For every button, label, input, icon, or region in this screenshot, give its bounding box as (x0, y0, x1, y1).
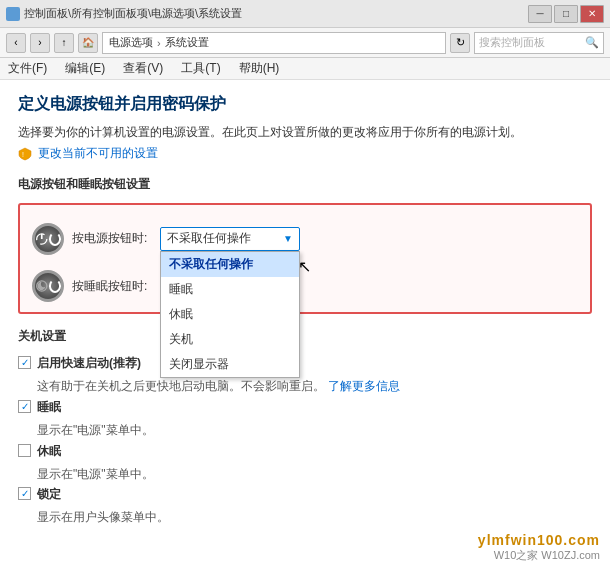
power-section-title: 电源按钮和睡眠按钮设置 (18, 176, 592, 193)
power-dropdown-arrow: ▼ (283, 233, 293, 244)
back-button[interactable]: ‹ (6, 33, 26, 53)
dropdown-option-3[interactable]: 关机 (161, 327, 299, 352)
breadcrumb-text: 电源选项 (109, 35, 153, 50)
page-title: 定义电源按钮并启用密码保护 (18, 94, 592, 115)
window-icon (6, 7, 20, 21)
watermark: ylmfwin100.com W10之家 W10ZJ.com (478, 532, 600, 563)
home-button[interactable]: 🏠 (78, 33, 98, 53)
breadcrumb-sep: › (157, 37, 161, 49)
checkbox-1[interactable] (18, 400, 31, 413)
checkbox-3[interactable] (18, 487, 31, 500)
sleep-btn-label: 按睡眠按钮时: (72, 278, 152, 295)
forward-button[interactable]: › (30, 33, 50, 53)
search-icon: 🔍 (585, 36, 599, 49)
checkbox-desc-1: 显示在"电源"菜单中。 (37, 422, 592, 439)
up-button[interactable]: ↑ (54, 33, 74, 53)
window-controls: ─ □ ✕ (528, 5, 604, 23)
menu-view[interactable]: 查看(V) (121, 60, 165, 77)
checkbox-row-1: 睡眠 显示在"电源"菜单中。 (18, 399, 592, 439)
menu-bar: 文件(F) 编辑(E) 查看(V) 工具(T) 帮助(H) (0, 58, 610, 80)
shutdown-section-title: 关机设置 (18, 328, 592, 345)
title-bar: 控制面板\所有控制面板项\电源选项\系统设置 ─ □ ✕ (0, 0, 610, 28)
checkbox-row-2: 休眠 显示在"电源"菜单中。 (18, 443, 592, 483)
close-button[interactable]: ✕ (580, 5, 604, 23)
svg-text:!: ! (22, 151, 24, 158)
power-dropdown-menu: 不采取任何操作 睡眠 休眠 关机 关闭显示器 (160, 251, 300, 378)
main-content: 定义电源按钮并启用密码保护 选择要为你的计算机设置的电源设置。在此页上对设置所做… (0, 80, 610, 571)
checkbox-label-2: 休眠 (37, 443, 61, 460)
watermark-line2: W10之家 W10ZJ.com (478, 548, 600, 563)
page-description: 选择要为你的计算机设置的电源设置。在此页上对设置所做的更改将应用于你所有的电源计… (18, 123, 592, 141)
power-btn-label: 按电源按钮时: (72, 230, 152, 247)
dropdown-option-0[interactable]: 不采取任何操作 (161, 252, 299, 277)
change-settings-link[interactable]: ! 更改当前不可用的设置 (18, 145, 592, 162)
menu-tools[interactable]: 工具(T) (179, 60, 222, 77)
address-bar: ‹ › ↑ 🏠 电源选项 › 系统设置 ↻ 搜索控制面板 🔍 (0, 28, 610, 58)
checkbox-row-0: 启用快速启动(推荐) 这有助于在关机之后更快地启动电脑。不会影响重启。 了解更多… (18, 355, 592, 395)
title-bar-text: 控制面板\所有控制面板项\电源选项\系统设置 (24, 6, 528, 21)
dropdown-option-4[interactable]: 关闭显示器 (161, 352, 299, 377)
search-placeholder: 搜索控制面板 (479, 35, 545, 50)
checkbox-desc-3: 显示在用户头像菜单中。 (37, 509, 592, 526)
refresh-button[interactable]: ↻ (450, 33, 470, 53)
checkbox-0[interactable] (18, 356, 31, 369)
checkbox-row-3: 锁定 显示在用户头像菜单中。 (18, 486, 592, 526)
checkbox-desc-0: 这有助于在关机之后更快地启动电脑。不会影响重启。 了解更多信息 (37, 378, 592, 395)
power-button-section: 按电源按钮时: 不采取任何操作 ▼ 不采取任何操作 睡眠 休眠 关机 关闭显示器… (18, 203, 592, 314)
checkbox-desc-2: 显示在"电源"菜单中。 (37, 466, 592, 483)
search-box[interactable]: 搜索控制面板 🔍 (474, 32, 604, 54)
menu-file[interactable]: 文件(F) (6, 60, 49, 77)
dropdown-option-2[interactable]: 休眠 (161, 302, 299, 327)
shield-icon: ! (18, 147, 32, 161)
link-text[interactable]: 更改当前不可用的设置 (38, 145, 158, 162)
menu-edit[interactable]: 编辑(E) (63, 60, 107, 77)
checkbox-label-1: 睡眠 (37, 399, 61, 416)
checkbox-2[interactable] (18, 444, 31, 457)
sleep-button-icon (32, 270, 64, 302)
checkbox-label-3: 锁定 (37, 486, 61, 503)
current-page-crumb: 系统设置 (165, 35, 209, 50)
shutdown-section: 关机设置 启用快速启动(推荐) 这有助于在关机之后更快地启动电脑。不会影响重启。… (18, 328, 592, 526)
watermark-line1: ylmfwin100.com (478, 532, 600, 548)
menu-help[interactable]: 帮助(H) (237, 60, 282, 77)
checkbox-label-0: 启用快速启动(推荐) (37, 355, 141, 372)
power-dropdown-wrapper: 不采取任何操作 ▼ 不采取任何操作 睡眠 休眠 关机 关闭显示器 (160, 227, 300, 251)
minimize-button[interactable]: ─ (528, 5, 552, 23)
power-dropdown-value: 不采取任何操作 (167, 230, 251, 247)
address-path[interactable]: 电源选项 › 系统设置 (102, 32, 446, 54)
power-button-row: 按电源按钮时: 不采取任何操作 ▼ 不采取任何操作 睡眠 休眠 关机 关闭显示器… (32, 215, 578, 262)
maximize-button[interactable]: □ (554, 5, 578, 23)
power-dropdown[interactable]: 不采取任何操作 ▼ (160, 227, 300, 251)
power-button-icon (32, 223, 64, 255)
dropdown-option-1[interactable]: 睡眠 (161, 277, 299, 302)
learn-more-link[interactable]: 了解更多信息 (328, 379, 400, 393)
